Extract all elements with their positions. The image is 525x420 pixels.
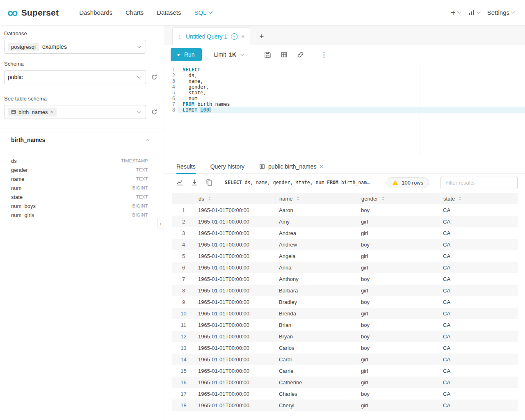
code-line: gender, <box>178 84 525 90</box>
table-panel-title: birth_names <box>11 137 45 143</box>
column-header-name[interactable]: name <box>276 193 358 204</box>
sql-token: state, <box>183 90 206 96</box>
cell-ds: 1965-01-01T00:00:00 <box>195 333 276 340</box>
tab-table-preview-label: public.birth_names <box>268 163 317 170</box>
table-icon <box>11 110 16 114</box>
collapse-icon: ‹ <box>160 220 161 226</box>
explore-chart-button[interactable] <box>174 177 185 188</box>
check-circle-icon: ✓ <box>231 33 237 40</box>
tab-results[interactable]: Results <box>176 159 196 173</box>
table-schema-field: See table schema <box>4 96 160 119</box>
close-icon[interactable]: × <box>320 163 323 170</box>
column-name: num_girls <box>11 212 34 218</box>
refresh-schemas-button[interactable] <box>150 73 158 81</box>
bar-chart-icon <box>468 9 475 16</box>
sort-icon <box>208 196 211 201</box>
south-pane-tabs: Results Query history <box>164 159 525 174</box>
warning-icon <box>392 180 398 185</box>
code-line: LIMIT 100 <box>178 107 525 113</box>
settings-menu[interactable]: Settings <box>487 9 514 16</box>
panel-resize-handle[interactable] <box>164 156 525 159</box>
render-table-button[interactable] <box>276 48 292 61</box>
cell-state: CA <box>440 230 518 236</box>
grip-icon <box>340 157 349 158</box>
sql-editor[interactable]: 12345678 SELECT ds, name, gender, state,… <box>164 64 525 156</box>
content-area: Database postgresql examples Schema publ… <box>0 25 525 420</box>
cell-name: Catherine <box>276 379 358 386</box>
download-csv-button[interactable] <box>189 177 200 188</box>
line-chart-icon <box>176 179 183 186</box>
nav-item-datasets[interactable]: Datasets <box>150 0 187 25</box>
cell-row-number: 3 <box>172 230 195 236</box>
superset-logo[interactable]: ∞ Superset <box>7 7 59 19</box>
alerts-reports-dropdown[interactable] <box>468 9 480 16</box>
code-line: name, <box>178 78 525 84</box>
cell-state: CA <box>440 253 518 259</box>
limit-dropdown[interactable]: Limit 1K <box>214 51 244 58</box>
sort-asc-icon <box>297 196 299 198</box>
database-select-value: examples <box>42 43 135 50</box>
nav-item-label: Dashboards <box>79 9 112 16</box>
nav-item-dashboards[interactable]: Dashboards <box>73 0 119 25</box>
cell-gender: girl <box>358 265 440 271</box>
top-navbar: ∞ Superset DashboardsChartsDatasetsSQL + <box>0 0 525 25</box>
share-query-button[interactable] <box>292 48 308 61</box>
more-options-button[interactable]: ⋮ <box>317 51 331 59</box>
schema-label: Schema <box>4 61 160 67</box>
column-header-ds[interactable]: ds <box>195 193 276 204</box>
cell-gender: boy <box>358 333 440 340</box>
new-query-tab-button[interactable]: + <box>259 32 264 40</box>
cell-gender: girl <box>358 379 440 386</box>
table-column-row: numBIGINT <box>4 183 160 192</box>
sql-token: birth_names <box>194 101 230 107</box>
collapse-sidebar-button[interactable]: ‹ <box>157 218 164 228</box>
column-header-gender[interactable]: gender <box>358 193 440 204</box>
table-column-row: num_girlsBIGINT <box>4 210 160 219</box>
cell-name: Angela <box>276 253 358 259</box>
close-icon[interactable]: × <box>241 33 244 40</box>
cell-row-number: 1 <box>172 207 195 213</box>
sql-token: name, <box>183 78 203 84</box>
table-row: 91965-01-01T00:00:00BradleyboyCA <box>172 296 518 308</box>
table-row: 151965-01-01T00:00:00CarriegirlCA <box>172 365 518 377</box>
nav-item-charts[interactable]: Charts <box>119 0 150 25</box>
close-icon[interactable]: × <box>50 109 53 115</box>
column-type: TIMESTAMP <box>121 158 148 163</box>
code-line: SELECT <box>178 67 525 73</box>
tab-table-preview[interactable]: public.birth_names × <box>259 159 323 173</box>
new-item-dropdown[interactable]: + <box>451 9 461 16</box>
code-line: state, <box>178 90 525 96</box>
schema-select-value: public <box>8 74 135 80</box>
brand-name: Superset <box>21 8 59 18</box>
database-field: Database postgresql examples <box>4 30 160 54</box>
table-row: 161965-01-01T00:00:00CatherinegirlCA <box>172 377 518 388</box>
save-query-button[interactable] <box>259 48 276 61</box>
line-number: 8 <box>164 107 175 113</box>
tab-query-history[interactable]: Query history <box>210 159 244 173</box>
copy-to-clipboard-button[interactable] <box>203 177 215 188</box>
cell-name: Aaron <box>276 207 358 213</box>
cell-state: CA <box>440 207 518 213</box>
nav-item-sql[interactable]: SQL <box>187 0 219 25</box>
run-button[interactable]: ▶ Run <box>171 48 202 61</box>
schema-select[interactable]: public <box>4 70 146 84</box>
editor-code[interactable]: SELECT ds, name, gender, state, numFROM … <box>178 67 525 156</box>
cell-state: CA <box>440 219 518 225</box>
refresh-tables-button[interactable] <box>150 108 158 116</box>
download-icon <box>191 179 198 186</box>
column-header-state[interactable]: state <box>440 193 518 204</box>
table-row: 171965-01-01T00:00:00CharlesboyCA <box>172 388 518 399</box>
table-panel-header[interactable]: birth_names <box>4 128 160 143</box>
main-nav: DashboardsChartsDatasetsSQL <box>73 0 219 25</box>
table-select[interactable]: birth_names × <box>4 105 146 119</box>
results-table-body: 11965-01-01T00:00:00AaronboyCA21965-01-0… <box>172 204 518 411</box>
cell-ds: 1965-01-01T00:00:00 <box>195 345 276 351</box>
database-select[interactable]: postgresql examples <box>4 40 146 54</box>
line-number: 6 <box>164 96 175 101</box>
cell-row-number: 5 <box>172 253 195 259</box>
cell-ds: 1965-01-01T00:00:00 <box>195 253 276 259</box>
cell-gender: boy <box>358 322 440 328</box>
filter-results-input[interactable] <box>441 176 518 189</box>
query-tab[interactable]: ⋮ Untitled Query 1 ✓ × <box>172 27 250 45</box>
editor-toolbar: ▶ Run Limit 1K <box>164 45 525 64</box>
